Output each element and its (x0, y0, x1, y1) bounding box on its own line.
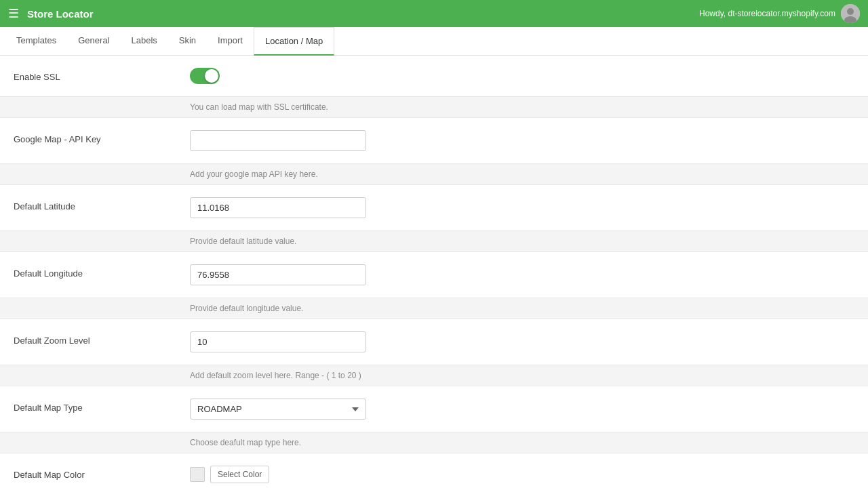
color-row: Select Color (190, 466, 854, 483)
api-key-label: Google Map - API Key (14, 130, 190, 144)
header-right: Howdy, dt-storelocator.myshopify.com (699, 4, 860, 23)
map-type-select[interactable]: ROADMAP SATELLITE HYBRID TERRAIN (190, 399, 366, 420)
longitude-label: Default Longitude (14, 264, 190, 279)
map-color-label: Default Map Color (14, 466, 190, 480)
header-left: ☰ Store Locator (8, 6, 94, 21)
app-title: Store Locator (27, 8, 94, 20)
longitude-field (190, 264, 854, 285)
main-content: Enable SSL You can load map with SSL cer… (0, 56, 868, 488)
api-key-row: Google Map - API Key (0, 118, 868, 164)
enable-ssl-row: Enable SSL (0, 56, 868, 97)
select-color-button[interactable]: Select Color (210, 466, 269, 483)
map-type-label: Default Map Type (14, 399, 190, 413)
zoom-level-label: Default Zoom Level (14, 331, 190, 346)
zoom-level-row: Default Zoom Level (0, 319, 868, 365)
longitude-input[interactable] (190, 264, 366, 285)
latitude-label: Default Latitude (14, 197, 190, 211)
api-key-hint: Add your google map API key here. (0, 164, 868, 185)
longitude-row: Default Longitude (0, 252, 868, 298)
toggle-track (190, 68, 220, 84)
map-type-field: ROADMAP SATELLITE HYBRID TERRAIN (190, 399, 854, 420)
latitude-input[interactable] (190, 197, 366, 218)
tab-location-map[interactable]: Location / Map (254, 27, 334, 56)
zoom-level-hint: Add default zoom level here. Range - ( 1… (0, 365, 868, 386)
tab-general[interactable]: General (67, 27, 120, 55)
api-key-input[interactable] (190, 130, 366, 151)
enable-ssl-field (190, 68, 854, 84)
tab-labels[interactable]: Labels (121, 27, 168, 55)
map-type-row: Default Map Type ROADMAP SATELLITE HYBRI… (0, 386, 868, 432)
color-swatch[interactable] (190, 467, 205, 482)
ssl-toggle-container (190, 68, 854, 84)
menu-icon[interactable]: ☰ (8, 6, 19, 21)
tab-import[interactable]: Import (207, 27, 254, 55)
api-key-field (190, 130, 854, 151)
toggle-thumb (205, 69, 218, 83)
user-info: Howdy, dt-storelocator.myshopify.com (699, 9, 835, 18)
tab-skin[interactable]: Skin (168, 27, 207, 55)
zoom-level-field (190, 331, 854, 352)
latitude-field (190, 197, 854, 218)
latitude-row: Default Latitude (0, 185, 868, 231)
tab-bar: Templates General Labels Skin Import Loc… (0, 27, 868, 56)
svg-point-1 (847, 8, 854, 15)
zoom-level-input[interactable] (190, 331, 366, 352)
latitude-hint: Provide default latitude value. (0, 231, 868, 252)
map-type-hint: Choose deafult map type here. (0, 432, 868, 453)
map-color-row: Default Map Color Select Color (0, 453, 868, 488)
app-header: ☰ Store Locator Howdy, dt-storelocator.m… (0, 0, 868, 27)
map-color-field: Select Color (190, 466, 854, 483)
avatar[interactable] (841, 4, 860, 23)
ssl-toggle[interactable] (190, 68, 220, 84)
longitude-hint: Provide default longitude value. (0, 298, 868, 319)
enable-ssl-label: Enable SSL (14, 68, 190, 82)
tab-templates[interactable]: Templates (5, 27, 67, 55)
enable-ssl-hint: You can load map with SSL certificate. (0, 97, 868, 118)
